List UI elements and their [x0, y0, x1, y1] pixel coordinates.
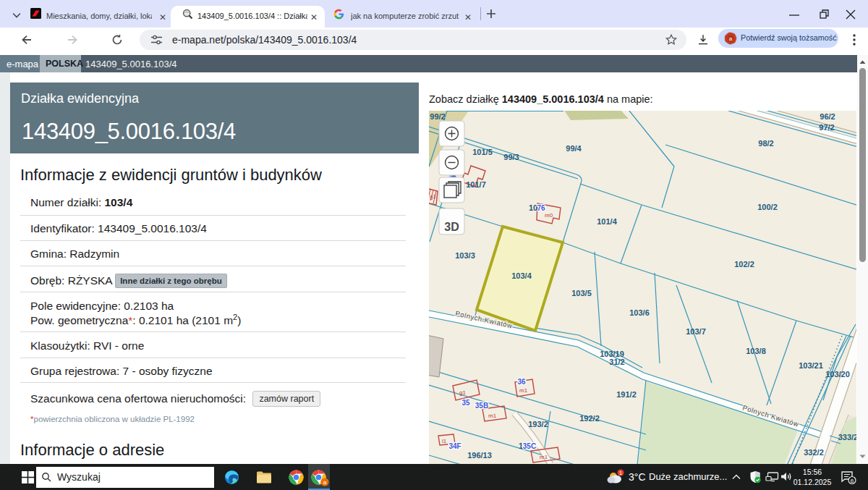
svg-text:101/4: 101/4 [597, 217, 617, 226]
svg-text:103/4: 103/4 [511, 271, 532, 280]
svg-text:101/5: 101/5 [472, 148, 493, 156]
svg-text:34F: 34F [448, 442, 461, 450]
svg-text:35C: 35C [523, 442, 536, 450]
svg-text:g1: g1 [430, 193, 436, 200]
svg-text:196/13: 196/13 [467, 451, 492, 460]
svg-text:m1: m1 [540, 454, 548, 460]
svg-text:103/8: 103/8 [746, 347, 766, 355]
svg-text:36: 36 [517, 378, 526, 386]
svg-text:97/2: 97/2 [819, 123, 834, 132]
svg-text:31/2: 31/2 [609, 358, 624, 366]
svg-text:333/2.: 333/2. [838, 433, 856, 442]
svg-text:6: 6 [851, 478, 854, 484]
svg-text:103/6: 103/6 [629, 308, 650, 317]
svg-text:332/2: 332/2 [804, 448, 824, 457]
svg-text:103/7: 103/7 [686, 327, 706, 336]
svg-text:103/5: 103/5 [571, 289, 592, 297]
svg-text:99/2: 99/2 [430, 112, 445, 121]
svg-text:m1: m1 [519, 387, 528, 394]
svg-text:m1: m1 [488, 413, 497, 419]
svg-text:35B: 35B [475, 402, 488, 410]
svg-text:103/3: 103/3 [455, 251, 475, 260]
svg-text:103/21: 103/21 [799, 361, 823, 370]
svg-text:3D: 3D [444, 221, 459, 233]
svg-text:98/2: 98/2 [758, 139, 773, 148]
svg-text:i1: i1 [442, 438, 447, 444]
svg-text:96/2: 96/2 [820, 112, 835, 121]
svg-text:m0: m0 [545, 212, 553, 219]
svg-text:102/2: 102/2 [734, 260, 754, 269]
svg-text:99/4: 99/4 [566, 144, 582, 153]
svg-text:103/20: 103/20 [825, 370, 850, 379]
svg-text:100/2: 100/2 [757, 203, 778, 211]
svg-text:99/3: 99/3 [503, 153, 519, 161]
svg-text:101/7: 101/7 [466, 180, 486, 189]
svg-text:g1: g1 [459, 389, 466, 396]
svg-text:193/2: 193/2 [528, 420, 548, 428]
svg-text:a: a [729, 35, 733, 42]
svg-text:10: 10 [529, 203, 537, 212]
svg-text:35: 35 [461, 399, 470, 407]
svg-text:192/2: 192/2 [579, 414, 600, 423]
svg-text:76: 76 [537, 204, 545, 212]
svg-text:191/2: 191/2 [616, 390, 637, 399]
svg-text:1: 1 [619, 470, 622, 476]
svg-text:a: a [323, 479, 327, 486]
